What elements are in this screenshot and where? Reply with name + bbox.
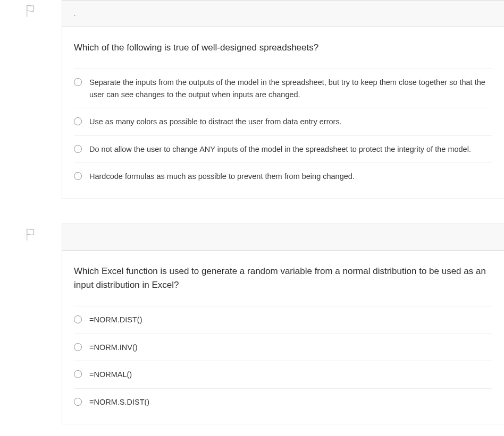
option-text: =NORM.S.DIST(): [89, 396, 149, 408]
flag-icon[interactable]: [25, 228, 37, 242]
options-list: =NORM.DIST() =NORM.INV() =NORMAL() =NORM…: [74, 306, 492, 420]
question-prompt: Which Excel function is used to generate…: [74, 264, 492, 293]
question-row: Which Excel function is used to generate…: [0, 224, 504, 425]
option-text: Do not allow the user to change ANY inpu…: [89, 143, 471, 155]
option-text: =NORM.INV(): [89, 341, 138, 353]
radio-icon[interactable]: [74, 117, 82, 125]
option-text: Separate the inputs from the outputs of …: [89, 76, 489, 100]
option-text: =NORM.DIST(): [89, 314, 142, 326]
card-header: [62, 224, 504, 251]
option-row[interactable]: =NORM.DIST(): [74, 306, 492, 334]
card-body: Which of the following is true of well-d…: [62, 27, 504, 199]
radio-icon[interactable]: [74, 370, 82, 378]
option-row[interactable]: Use as many colors as possible to distra…: [74, 108, 492, 135]
options-list: Separate the inputs from the outputs of …: [74, 69, 492, 194]
option-text: Use as many colors as possible to distra…: [89, 116, 342, 127]
flag-column: [0, 0, 62, 18]
radio-icon[interactable]: [74, 398, 82, 406]
card-header: .: [62, 1, 504, 27]
question-row: . Which of the following is true of well…: [0, 0, 504, 199]
option-row[interactable]: =NORM.INV(): [74, 334, 492, 361]
option-text: =NORMAL(): [89, 369, 132, 380]
question-card: . Which of the following is true of well…: [62, 0, 504, 199]
radio-icon[interactable]: [74, 315, 82, 323]
question-prompt: Which of the following is true of well-d…: [74, 41, 492, 55]
option-row[interactable]: =NORM.S.DIST(): [74, 389, 492, 420]
radio-icon[interactable]: [74, 145, 82, 153]
flag-icon[interactable]: [25, 4, 37, 18]
option-row[interactable]: =NORMAL(): [74, 361, 492, 388]
radio-icon[interactable]: [74, 343, 82, 351]
radio-icon[interactable]: [74, 78, 82, 86]
header-text: .: [74, 10, 75, 18]
radio-icon[interactable]: [74, 172, 82, 180]
option-row[interactable]: Separate the inputs from the outputs of …: [74, 69, 492, 108]
question-card: Which Excel function is used to generate…: [62, 224, 504, 425]
flag-column: [0, 224, 62, 242]
option-text: Hardcode formulas as much as possible to…: [89, 170, 355, 182]
card-body: Which Excel function is used to generate…: [62, 251, 504, 424]
option-row[interactable]: Hardcode formulas as much as possible to…: [74, 163, 492, 194]
option-row[interactable]: Do not allow the user to change ANY inpu…: [74, 136, 492, 163]
